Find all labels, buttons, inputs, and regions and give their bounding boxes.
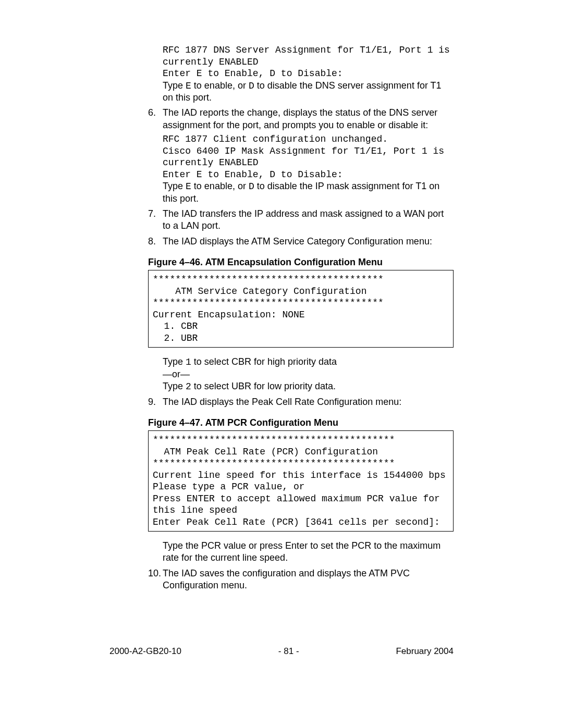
figure-box-47: ****************************************… <box>148 430 454 532</box>
item-text: The IAD transfers the IP address and mas… <box>163 208 454 232</box>
list-body: The IAD reports the change, displays the… <box>163 107 454 205</box>
text-fragment: Type <box>163 356 186 367</box>
key-glyph: 2 <box>186 381 191 392</box>
instruction-text: Type the PCR value or press Enter to set… <box>163 540 454 564</box>
instruction-text: Type E to enable, or D to disable the DN… <box>163 80 454 104</box>
key-glyph: E <box>186 181 191 192</box>
figure-caption-47: Figure 4–47. ATM PCR Configuration Menu <box>148 417 454 428</box>
after-fig46: Type 1 to select CBR for high priority d… <box>163 356 454 392</box>
mono-line: RFC 1877 Client configuration unchanged. <box>163 133 454 145</box>
list-item-7: 7. The IAD transfers the IP address and … <box>148 208 454 232</box>
key-glyph: E <box>186 81 191 91</box>
text-fragment: to enable, or <box>191 80 249 91</box>
text-fragment: Type <box>163 181 186 191</box>
mono-line: RFC 1877 DNS Server Assignment for T1/E1… <box>163 44 454 56</box>
key-glyph: 1 <box>186 357 191 367</box>
text-fragment: Type <box>163 80 186 91</box>
page: RFC 1877 DNS Server Assignment for T1/E1… <box>0 0 563 677</box>
option-line-2: Type 2 to select UBR for low priority da… <box>163 380 454 393</box>
mono-line: currently ENABLED <box>163 157 454 169</box>
list-item-6: 6. The IAD reports the change, displays … <box>148 107 454 205</box>
instruction-text: Type E to enable, or D to disable the IP… <box>163 180 454 205</box>
footer-center: - 81 - <box>278 646 299 657</box>
figure-box-46: ****************************************… <box>148 270 454 348</box>
list-number: 9. <box>148 396 163 408</box>
list-item-10: 10. The IAD saves the configuration and … <box>148 567 454 592</box>
text-fragment: Type <box>163 381 186 391</box>
item-text: The IAD reports the change, displays the… <box>163 107 454 131</box>
mono-line: Cisco 6400 IP Mask Assignment for T1/E1,… <box>163 145 454 157</box>
mono-line: currently ENABLED <box>163 56 454 68</box>
or-separator: —or— <box>163 368 454 380</box>
figure-caption-46: Figure 4–46. ATM Encapsulation Configura… <box>148 257 454 268</box>
page-footer: 2000-A2-GB20-10 - 81 - February 2004 <box>109 646 454 657</box>
after-fig47: Type the PCR value or press Enter to set… <box>163 540 454 564</box>
item-text: The IAD displays the ATM Service Categor… <box>163 236 454 248</box>
block-dns-assignment: RFC 1877 DNS Server Assignment for T1/E1… <box>163 44 454 104</box>
text-fragment: to select UBR for low priority data. <box>191 381 336 391</box>
item-text: The IAD displays the Peak Cell Rate Conf… <box>163 396 454 408</box>
list-item-8: 8. The IAD displays the ATM Service Cate… <box>148 236 454 248</box>
mono-line: Enter E to Enable, D to Disable: <box>163 68 454 80</box>
list-number: 8. <box>148 236 163 248</box>
list-number: 7. <box>148 208 163 232</box>
key-glyph: D <box>249 81 254 91</box>
text-fragment: to select CBR for high priority data <box>191 356 337 367</box>
list-number: 10. <box>148 567 163 592</box>
option-line-1: Type 1 to select CBR for high priority d… <box>163 356 454 368</box>
text-fragment: to enable, or <box>191 181 249 191</box>
key-glyph: D <box>249 181 254 192</box>
footer-left: 2000-A2-GB20-10 <box>109 646 181 657</box>
item-text: The IAD saves the configuration and disp… <box>163 567 454 592</box>
mono-line: Enter E to Enable, D to Disable: <box>163 169 454 181</box>
list-item-9: 9. The IAD displays the Peak Cell Rate C… <box>148 396 454 408</box>
footer-right: February 2004 <box>396 646 454 657</box>
list-number: 6. <box>148 107 163 205</box>
